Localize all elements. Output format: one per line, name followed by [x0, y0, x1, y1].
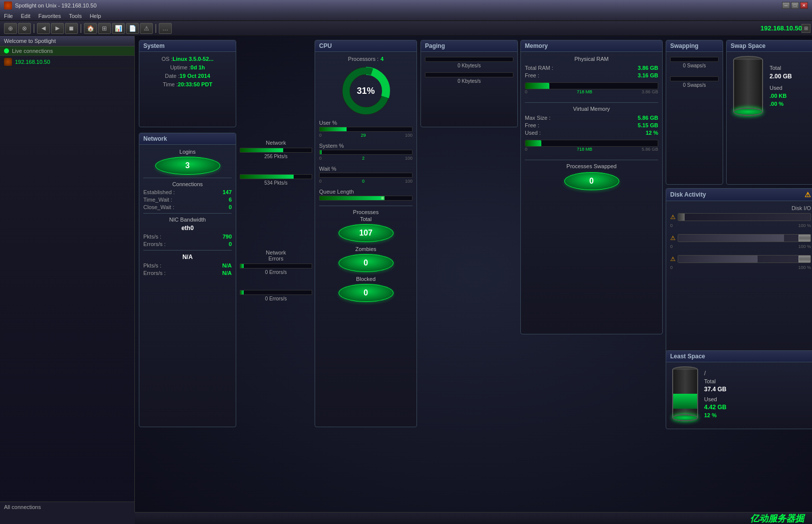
wait-pct-label: Wait % [319, 166, 412, 172]
network-bar-1-track [240, 148, 312, 153]
eth0-label: eth0 [143, 225, 232, 232]
system-val: 2 [362, 156, 365, 161]
ls-used-pct: 12 % [704, 412, 727, 418]
ram-current: 718 MB [577, 89, 592, 94]
minimize-button[interactable]: ─ [782, 2, 790, 9]
toolbar-corner-icon[interactable]: ⊞ [802, 24, 811, 33]
user-pct-label: User % [319, 120, 412, 126]
ram-max: 3.86 GB [642, 89, 658, 94]
swapping-bar-2-track [670, 76, 719, 81]
system-pct-section: System % 0 2 100 [319, 143, 412, 161]
toolbar-sep-2 [80, 24, 81, 33]
processes-swapped-label: Processes Swapped [525, 163, 658, 169]
sidebar-item-connection[interactable]: 192.168.10.50 [0, 56, 134, 68]
swaps-per-s-1: 0 Swaps/s [670, 63, 719, 68]
time-label: Time : [163, 81, 178, 87]
network-panel: Network Logins 3 Connections Established… [139, 133, 236, 427]
network-errors-label: NetworkErrors [240, 250, 312, 262]
swapping-panel-header: Swapping [666, 40, 723, 52]
free-ram-label: Free : [525, 72, 539, 78]
ram-bar-track [525, 82, 658, 89]
title-bar: Spotlight on Unix - 192.168.10.50 ─ □ ✕ [0, 0, 812, 11]
toolbar-btn-extra[interactable]: … [159, 23, 172, 34]
close-wait-value: 0 [229, 204, 232, 210]
network-err-2-track [240, 290, 312, 295]
memory-divider [525, 102, 658, 103]
paging-bar-2-track [425, 72, 513, 77]
uptime-value: 0d 1h [191, 64, 205, 70]
disk-bar-3-fill [678, 256, 758, 262]
established-label: Established : [143, 189, 175, 195]
date-value: 19 Oct 2014 [180, 73, 210, 79]
system-uptime-row: Uptime : 0d 1h [143, 64, 232, 70]
user-min: 0 [319, 133, 322, 138]
memory-panel-body: Physical RAM Total RAM : 3.86 GB Free : … [521, 52, 662, 196]
maximize-button[interactable]: □ [791, 2, 799, 9]
cpu-pct-display: 31% [357, 86, 375, 96]
toolbar-btn-grid[interactable]: ⊞ [98, 23, 111, 34]
main-content: System OS : Linux 3.5.0-52... Uptime : 0… [135, 36, 812, 512]
paging-bar-1-value: 0 Kbytes/s [425, 63, 513, 68]
user-val: 29 [361, 133, 366, 138]
network-errors-meter: NetworkErrors 0 Errors/s 0 Errors/s [240, 250, 312, 301]
top-ip-display: 192.168.10.50 [761, 24, 802, 32]
toolbar-btn-forward[interactable]: ▶ [51, 23, 64, 34]
sidebar-live-connections: Live connections [0, 46, 134, 56]
total-ram-value: 3.86 GB [638, 65, 658, 71]
network-panel-body: Logins 3 Connections Established : 147 T… [139, 145, 236, 281]
ls-cyl-fill [673, 394, 697, 409]
time-wait-row: Time_Wait : 6 [143, 197, 232, 203]
menu-tools[interactable]: Tools [65, 11, 86, 20]
na-pkts-row: Pkts/s : N/A [143, 262, 232, 268]
cyl-bottom [733, 108, 763, 116]
toolbar-btn-alert[interactable]: ⚠ [140, 23, 153, 34]
queue-indicator [381, 196, 385, 200]
toolbar-btn-doc[interactable]: 📄 [126, 23, 139, 34]
menu-edit[interactable]: Edit [17, 11, 34, 20]
toolbar-btn-2[interactable]: ⊗ [18, 23, 31, 34]
disk-warn-3: ⚠ [670, 256, 676, 262]
system-panel-body: OS : Linux 3.5.0-52... Uptime : 0d 1h Da… [139, 52, 236, 94]
zombies-label: Zombies [319, 246, 412, 252]
divider-1 [143, 178, 232, 178]
na-errors-value: N/A [222, 270, 232, 276]
network-meter-label: Network [240, 140, 312, 146]
paging-bar-1-track [425, 57, 513, 62]
swapped-value: 0 [564, 172, 619, 190]
toolbar-btn-chart[interactable]: 📊 [112, 23, 125, 34]
virtual-memory-label: Virtual Memory [525, 106, 658, 112]
disk-bar-1-fill [678, 214, 685, 221]
menu-file[interactable]: File [0, 11, 17, 20]
vm-max: 5.86 GB [642, 147, 658, 152]
toolbar-btn-back[interactable]: ◀ [37, 23, 50, 34]
network-bar-2-track [240, 174, 312, 179]
paging-bar-2-value: 0 Kbytes/s [425, 78, 513, 84]
swap-space-header: Swap Space [727, 40, 812, 52]
system-pct-label: System % [319, 143, 412, 149]
disk-bar-3-track [678, 255, 811, 263]
time-value: 20:33:50 PDT [178, 81, 212, 87]
disk-bar-2-min: 0 [670, 244, 673, 249]
system-min: 0 [319, 156, 322, 161]
vm-current: 718 MB [577, 147, 592, 152]
connections-label: Connections [143, 181, 232, 187]
menu-favorites[interactable]: Favorites [34, 11, 65, 20]
blocked-label: Blocked [319, 276, 412, 282]
max-size-label: Max Size : [525, 115, 550, 121]
swaps-per-s-2: 0 Swaps/s [670, 82, 719, 88]
na-pkts-value: N/A [222, 262, 232, 268]
cpu-panel-header: CPU [315, 40, 416, 52]
network-err-1-fill [240, 264, 244, 268]
app-window: Spotlight on Unix - 192.168.10.50 ─ □ ✕ … [0, 0, 812, 524]
vm-bar-fill [525, 140, 541, 147]
close-button[interactable]: ✕ [800, 2, 808, 9]
toolbar-btn-stop[interactable]: ⏹ [65, 23, 78, 34]
max-size-row: Max Size : 5.86 GB [525, 115, 658, 121]
toolbar-btn-home[interactable]: 🏠 [84, 23, 97, 34]
menu-help[interactable]: Help [86, 11, 105, 20]
disk-bar-2-markers: 0 100 % [670, 244, 811, 249]
sidebar-section-label: Live connections [12, 48, 53, 54]
used-vm-label: Used : [525, 130, 541, 136]
least-space-title: Least Space [670, 353, 705, 360]
toolbar-btn-1[interactable]: ⊕ [4, 23, 17, 34]
